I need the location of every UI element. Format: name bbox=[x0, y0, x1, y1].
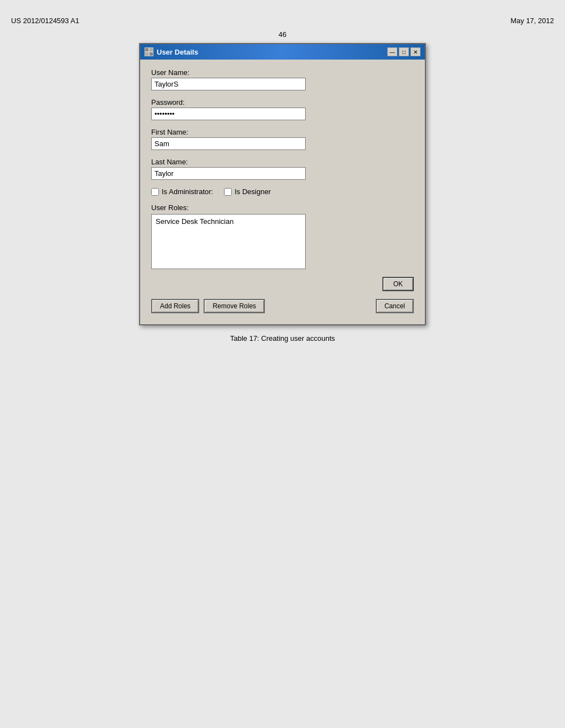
username-field-group: User Name: bbox=[151, 68, 414, 90]
close-button[interactable]: ✕ bbox=[411, 47, 420, 56]
firstname-input[interactable] bbox=[151, 137, 306, 150]
dialog-body: User Name: Password: First Name: Last Na… bbox=[140, 60, 425, 324]
svg-rect-1 bbox=[150, 48, 153, 51]
add-roles-button[interactable]: Add Roles bbox=[151, 299, 199, 313]
is-designer-checkbox-item: Is Designer bbox=[224, 188, 271, 196]
button-row-left: Add Roles Remove Roles bbox=[151, 299, 265, 313]
roles-listbox[interactable]: Service Desk Technician bbox=[151, 214, 306, 269]
username-input[interactable] bbox=[151, 78, 306, 90]
lastname-label: Last Name: bbox=[151, 158, 414, 166]
patent-date: May 17, 2012 bbox=[510, 17, 554, 25]
user-roles-section: User Roles: Service Desk Technician bbox=[151, 204, 414, 269]
svg-rect-2 bbox=[145, 52, 148, 56]
is-designer-checkbox[interactable] bbox=[224, 188, 232, 196]
title-bar: User Details — □ ✕ bbox=[140, 44, 425, 60]
ok-row: OK bbox=[151, 277, 414, 291]
is-admin-checkbox[interactable] bbox=[151, 188, 159, 196]
remove-roles-button[interactable]: Remove Roles bbox=[204, 299, 265, 313]
minimize-button[interactable]: — bbox=[387, 47, 397, 56]
title-bar-left: User Details bbox=[145, 47, 198, 56]
page-number: 46 bbox=[279, 30, 286, 39]
is-admin-label: Is Administrator: bbox=[162, 188, 213, 196]
page-header: US 2012/0124593 A1 May 17, 2012 bbox=[11, 17, 554, 25]
dialog-title: User Details bbox=[157, 48, 198, 56]
lastname-field-group: Last Name: bbox=[151, 158, 414, 180]
restore-button[interactable]: □ bbox=[399, 47, 409, 56]
lastname-input[interactable] bbox=[151, 167, 306, 180]
is-designer-label: Is Designer bbox=[234, 188, 271, 196]
password-input[interactable] bbox=[151, 108, 306, 120]
checkbox-row: Is Administrator: Is Designer bbox=[151, 188, 414, 196]
button-row: Add Roles Remove Roles Cancel bbox=[151, 299, 414, 313]
patent-number: US 2012/0124593 A1 bbox=[11, 17, 79, 25]
username-label: User Name: bbox=[151, 68, 414, 77]
svg-rect-0 bbox=[145, 48, 148, 51]
firstname-label: First Name: bbox=[151, 128, 414, 136]
firstname-field-group: First Name: bbox=[151, 128, 414, 150]
dialog-icon bbox=[145, 47, 153, 56]
figure-caption: Table 17: Creating user accounts bbox=[230, 334, 335, 342]
svg-rect-3 bbox=[150, 52, 153, 56]
user-details-dialog: User Details — □ ✕ User Name: Password: … bbox=[139, 43, 426, 325]
ok-button[interactable]: OK bbox=[382, 277, 414, 291]
password-label: Password: bbox=[151, 98, 414, 106]
is-admin-checkbox-item: Is Administrator: bbox=[151, 188, 213, 196]
cancel-button[interactable]: Cancel bbox=[376, 299, 414, 313]
window-controls: — □ ✕ bbox=[387, 47, 420, 56]
roles-label: User Roles: bbox=[151, 204, 414, 212]
password-field-group: Password: bbox=[151, 98, 414, 120]
list-item[interactable]: Service Desk Technician bbox=[153, 216, 303, 227]
